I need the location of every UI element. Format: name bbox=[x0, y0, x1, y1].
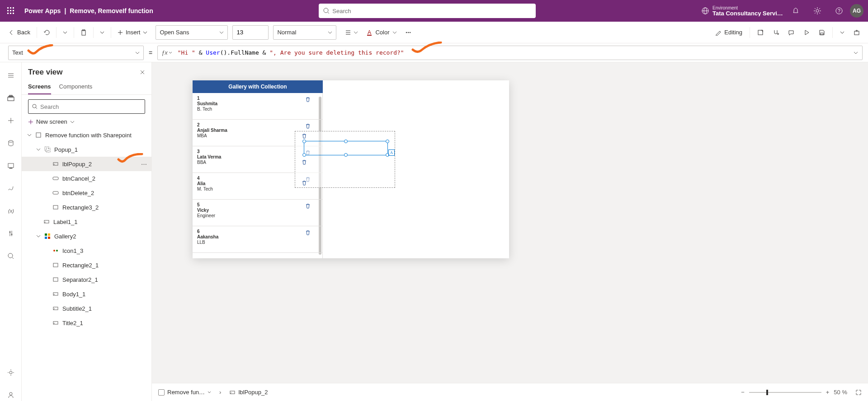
trash-icon[interactable] bbox=[302, 159, 307, 165]
svg-rect-76 bbox=[53, 278, 58, 281]
tree-node-popup[interactable]: Popup_1 bbox=[22, 142, 151, 157]
notifications-icon[interactable] bbox=[785, 7, 807, 14]
save-dropdown[interactable] bbox=[836, 28, 848, 37]
font-size-input[interactable] bbox=[232, 25, 269, 40]
tree-node-lblpopup[interactable]: lblPopup_2 ⋯ bbox=[22, 157, 151, 171]
list-icon bbox=[344, 29, 351, 36]
comments-button[interactable] bbox=[784, 27, 798, 38]
trash-icon[interactable] bbox=[305, 203, 311, 209]
more-commands[interactable] bbox=[401, 27, 415, 38]
paste-dropdown[interactable] bbox=[96, 28, 108, 37]
resize-handle[interactable] bbox=[344, 140, 348, 143]
font-family-select[interactable]: Open Sans bbox=[156, 25, 228, 40]
tree-node-separator[interactable]: Separator2_1 bbox=[22, 272, 151, 287]
help-icon[interactable]: ? bbox=[828, 7, 850, 14]
resize-handle[interactable] bbox=[386, 140, 389, 143]
global-search[interactable] bbox=[319, 4, 536, 18]
tree-node-cancel[interactable]: btnCancel_2 bbox=[22, 171, 151, 186]
trash-icon[interactable] bbox=[302, 180, 307, 186]
paste-button[interactable] bbox=[77, 27, 90, 38]
breadcrumb-control[interactable]: lblPopup_2 bbox=[229, 389, 268, 396]
tree-node-label1[interactable]: Label1_1 bbox=[22, 214, 151, 229]
trash-icon[interactable] bbox=[305, 123, 311, 129]
rectangle-icon bbox=[52, 204, 60, 210]
variables-icon[interactable]: (x) bbox=[0, 205, 22, 217]
add-icon[interactable] bbox=[0, 115, 22, 126]
formula-input[interactable]: ƒx "Hi " & User().FullName & ", Are you … bbox=[157, 46, 863, 60]
svg-rect-4 bbox=[10, 10, 11, 11]
insert-button[interactable]: Insert bbox=[114, 26, 151, 38]
tree-node-gallery[interactable]: Gallery2 bbox=[22, 229, 151, 243]
chevron-down-icon[interactable] bbox=[27, 133, 32, 137]
tree-node-rect3[interactable]: Rectangle3_2 bbox=[22, 200, 151, 214]
preview-button[interactable] bbox=[800, 27, 813, 38]
node-more-button[interactable]: ⋯ bbox=[141, 161, 147, 168]
selected-label-box[interactable]: A bbox=[304, 141, 388, 155]
close-tree-button[interactable] bbox=[140, 70, 145, 75]
tree-view-icon[interactable] bbox=[0, 92, 22, 104]
gallery-item: 5VickyEngineer bbox=[193, 200, 322, 226]
tree-node-rect2[interactable]: Rectangle2_1 bbox=[22, 258, 151, 272]
environment-picker[interactable]: Environment Tata Consultancy Servic… bbox=[702, 5, 785, 16]
text-color-button[interactable]: A Color bbox=[363, 26, 400, 38]
user-avatar[interactable]: AG bbox=[850, 4, 863, 18]
tree-node-title2[interactable]: Title2_1 bbox=[22, 316, 151, 330]
chevron-down-icon bbox=[328, 30, 332, 35]
property-selector[interactable]: Text bbox=[8, 46, 144, 60]
search-rail-icon[interactable] bbox=[0, 250, 22, 262]
data-icon[interactable] bbox=[0, 137, 22, 149]
tree-node-screen[interactable]: Remove function with Sharepoint bbox=[22, 128, 151, 142]
formula-expand[interactable] bbox=[853, 50, 859, 56]
svg-text:?: ? bbox=[838, 9, 840, 14]
search-input[interactable] bbox=[332, 8, 531, 14]
breadcrumb-screen[interactable]: Remove fun… bbox=[158, 389, 211, 396]
save-button[interactable] bbox=[815, 27, 829, 38]
resize-handle[interactable] bbox=[344, 153, 348, 157]
fit-screen-button[interactable] bbox=[855, 389, 862, 396]
resize-handle[interactable] bbox=[302, 140, 306, 143]
app-title: Power Apps | Remove, RemoveIf function bbox=[22, 7, 153, 14]
media-icon[interactable] bbox=[0, 160, 22, 172]
zoom-thumb[interactable] bbox=[766, 390, 768, 395]
font-weight-select[interactable]: Normal bbox=[273, 25, 336, 40]
editing-mode-button[interactable]: Editing bbox=[712, 26, 746, 38]
new-screen-button[interactable]: New screen bbox=[22, 116, 151, 128]
tree-node-body[interactable]: Body1_1 bbox=[22, 287, 151, 301]
tree-search[interactable] bbox=[28, 99, 145, 114]
tab-components[interactable]: Components bbox=[59, 79, 93, 94]
chevron-down-icon[interactable] bbox=[36, 147, 41, 152]
zoom-out-button[interactable]: − bbox=[741, 389, 745, 396]
undo-button[interactable] bbox=[40, 27, 53, 38]
zoom-slider[interactable] bbox=[749, 392, 821, 393]
ask-copilot-icon[interactable] bbox=[0, 389, 22, 401]
back-button[interactable]: Back bbox=[5, 26, 34, 38]
list-format-button[interactable] bbox=[341, 27, 362, 38]
undo-dropdown[interactable] bbox=[59, 28, 71, 37]
trash-icon[interactable] bbox=[305, 230, 311, 235]
tools-icon[interactable] bbox=[0, 228, 22, 239]
resize-handle[interactable] bbox=[302, 153, 306, 157]
app-checker-button[interactable] bbox=[769, 27, 783, 38]
trash-icon[interactable] bbox=[305, 97, 311, 102]
flow-icon[interactable] bbox=[0, 182, 22, 194]
tree-node-icon1[interactable]: Icon1_3 bbox=[22, 243, 151, 258]
tree-node-subtitle[interactable]: Subtitle2_1 bbox=[22, 301, 151, 316]
zoom-value: 50 bbox=[834, 389, 840, 396]
share-button[interactable] bbox=[754, 27, 767, 38]
chevron-down-icon[interactable] bbox=[36, 234, 41, 238]
waffle-icon[interactable] bbox=[0, 7, 22, 14]
tree-search-input[interactable] bbox=[40, 103, 141, 110]
trash-icon[interactable] bbox=[302, 133, 307, 139]
settings-icon[interactable] bbox=[807, 7, 828, 14]
label-icon bbox=[52, 305, 60, 312]
hamburger-icon[interactable] bbox=[0, 70, 22, 81]
settings-rail-icon[interactable] bbox=[0, 367, 22, 378]
svg-line-20 bbox=[819, 13, 820, 14]
app-canvas[interactable]: Gallery with Collection 1SushmitaB. Tech… bbox=[193, 80, 509, 258]
zoom-in-button[interactable]: + bbox=[826, 389, 830, 396]
svg-rect-1 bbox=[10, 7, 11, 9]
publish-button[interactable] bbox=[850, 27, 863, 38]
tree-node-delete[interactable]: btnDelete_2 bbox=[22, 186, 151, 200]
chevron-down-icon bbox=[100, 30, 104, 35]
tab-screens[interactable]: Screens bbox=[28, 79, 51, 94]
